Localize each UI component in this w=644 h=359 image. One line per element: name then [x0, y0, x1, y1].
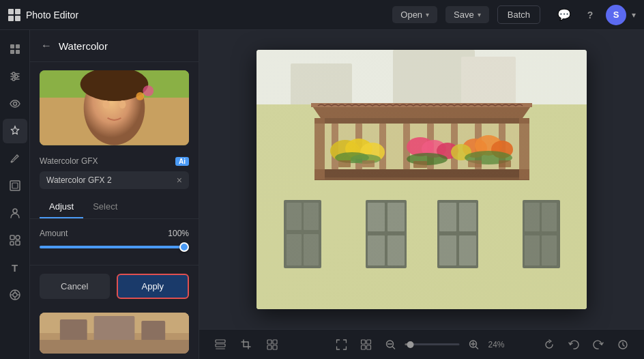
frames-button[interactable] — [3, 173, 27, 198]
adjustments-button[interactable] — [3, 64, 27, 89]
svg-rect-108 — [273, 345, 277, 349]
objects-button[interactable] — [3, 228, 27, 253]
effects-icon — [9, 125, 21, 137]
rotate-icon — [544, 339, 555, 350]
more-button[interactable] — [3, 283, 27, 307]
svg-rect-112 — [367, 345, 371, 349]
expand-button[interactable] — [356, 334, 377, 355]
svg-point-17 — [16, 235, 20, 240]
zoom-value-label: 24% — [488, 340, 512, 349]
tab-adjust[interactable]: Adjust — [40, 196, 83, 218]
text-icon: T — [12, 262, 18, 274]
svg-point-32 — [143, 85, 153, 96]
bottom-preview-thumbnail — [40, 313, 189, 354]
layers-button[interactable] — [3, 37, 27, 61]
svg-point-11 — [10, 161, 12, 163]
logo-grid-icon — [8, 9, 20, 21]
svg-line-115 — [393, 347, 395, 349]
back-icon: ← — [41, 40, 52, 51]
zoom-slider-track[interactable] — [405, 343, 460, 345]
svg-rect-111 — [362, 345, 366, 349]
history-button[interactable] — [613, 334, 633, 355]
cancel-button[interactable]: Cancel — [40, 274, 110, 299]
more-icon — [9, 289, 21, 301]
svg-rect-110 — [367, 340, 371, 344]
save-button[interactable]: Save ▾ — [445, 6, 489, 23]
expand-arrow-icon[interactable]: ▾ — [632, 10, 636, 20]
grid-icon — [267, 339, 278, 350]
canvas-content — [199, 30, 644, 329]
amount-slider-group: Amount 100% — [40, 229, 189, 252]
fit-screen-icon — [336, 339, 347, 350]
apply-button[interactable]: Apply — [117, 274, 190, 299]
effects-button[interactable] — [3, 119, 27, 143]
svg-point-10 — [13, 102, 16, 106]
redo-button[interactable] — [588, 334, 609, 355]
active-filter-row: Watercolor GFX 2 × — [40, 171, 189, 189]
svg-point-14 — [13, 209, 17, 213]
chat-icon-button[interactable]: 💬 — [554, 5, 574, 25]
help-icon-button[interactable]: ? — [580, 5, 600, 25]
amount-label: Amount — [40, 229, 68, 238]
adjustments-icon — [9, 70, 21, 83]
panel-title: Watercolor — [59, 40, 108, 52]
svg-rect-2 — [10, 50, 14, 54]
svg-rect-12 — [10, 181, 20, 190]
svg-rect-39 — [40, 340, 189, 354]
expand-icon — [361, 339, 372, 350]
svg-rect-0 — [10, 44, 14, 48]
fit-screen-button[interactable] — [332, 334, 352, 355]
svg-rect-3 — [16, 50, 20, 54]
active-effect-label: Watercolor GFX 2 — [46, 175, 112, 185]
frames-icon — [9, 180, 21, 192]
svg-point-20 — [13, 293, 17, 297]
eye-button[interactable] — [3, 91, 27, 116]
svg-rect-18 — [10, 242, 14, 245]
svg-rect-102 — [216, 340, 225, 343]
undo-button[interactable] — [564, 334, 584, 355]
svg-point-8 — [15, 75, 18, 78]
people-icon — [9, 207, 21, 219]
batch-button[interactable]: Batch — [497, 5, 540, 24]
rotate-button[interactable] — [539, 334, 559, 355]
amount-slider-thumb[interactable] — [179, 242, 189, 252]
bottom-toolbar-right — [539, 334, 633, 355]
zoom-in-icon — [469, 339, 480, 350]
avatar[interactable]: S — [606, 5, 626, 25]
people-button[interactable] — [3, 201, 27, 225]
layers-stack-icon — [215, 339, 226, 350]
crop-toggle-button[interactable] — [236, 334, 257, 355]
bottom-toolbar-left — [210, 334, 282, 355]
svg-rect-109 — [362, 340, 366, 344]
open-button[interactable]: Open ▾ — [392, 6, 437, 23]
help-icon: ? — [587, 10, 594, 20]
open-chevron-icon: ▾ — [426, 11, 429, 18]
layers-icon — [9, 43, 21, 55]
svg-rect-36 — [60, 319, 87, 343]
svg-point-31 — [119, 100, 126, 109]
paint-button[interactable] — [3, 146, 27, 171]
grid-toggle-button[interactable] — [262, 334, 282, 355]
svg-line-119 — [476, 347, 478, 349]
history-icon — [617, 339, 628, 350]
chat-icon: 💬 — [557, 8, 571, 21]
svg-point-30 — [103, 100, 110, 109]
svg-rect-101 — [257, 50, 587, 309]
zoom-out-button[interactable] — [381, 334, 401, 355]
text-button[interactable]: T — [3, 255, 27, 280]
close-icon: × — [177, 175, 182, 186]
svg-rect-37 — [94, 316, 135, 343]
action-buttons: Cancel Apply — [30, 265, 199, 307]
redo-icon — [593, 339, 604, 350]
effect-name-label: Watercolor GFX — [40, 156, 98, 166]
bottom-toolbar-center: 24% — [332, 334, 512, 355]
panel-header: ← Watercolor — [30, 30, 199, 62]
layers-toggle-button[interactable] — [210, 334, 231, 355]
effect-thumbnail — [40, 70, 189, 145]
thumbnail-svg — [40, 70, 189, 145]
eye-icon — [9, 98, 21, 110]
back-button[interactable]: ← — [40, 38, 53, 53]
zoom-in-button[interactable] — [464, 334, 484, 355]
close-effect-button[interactable]: × — [177, 175, 182, 185]
tab-select[interactable]: Select — [83, 196, 127, 218]
